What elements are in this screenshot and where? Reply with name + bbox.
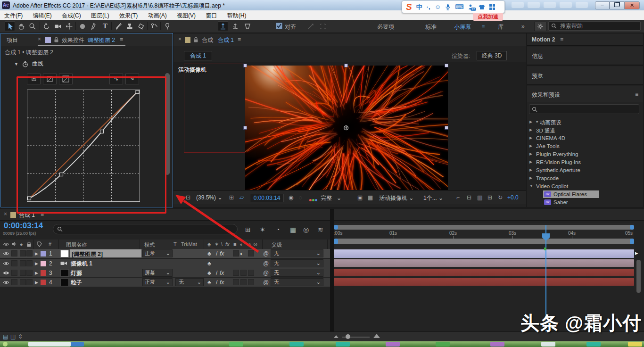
effect-label[interactable]: Saber [553, 199, 568, 205]
hide-shy-layers-icon[interactable]: ◔ [276, 226, 280, 233]
time-ruler[interactable]: 0:00s 01s 02s 03s 04s 05s [334, 223, 634, 249]
taskbar-item[interactable] [386, 342, 400, 347]
mask-visibility-icon[interactable] [305, 21, 316, 31]
layer-name[interactable]: 粒子 [71, 279, 82, 287]
taskbar-item[interactable] [586, 342, 601, 347]
layer-row-4[interactable]: ▶ 4 粒子 正常⌄ 无⌄ ♣ / fx @ 无⌄ [0, 278, 330, 287]
expander-icon[interactable]: ▶ [35, 280, 38, 285]
menu-effect[interactable]: 效果(T) [115, 10, 142, 20]
motion2-panel-header[interactable]: Motion 2 ≡ [527, 33, 643, 46]
mode-dropdown[interactable]: 正常⌄ [142, 278, 173, 286]
effects-group[interactable]: ▶RE:Vision Plug-ins [527, 158, 643, 166]
taskbar-item[interactable] [289, 342, 304, 347]
close-button[interactable]: ✕ [624, 1, 640, 9]
panel-menu-icon[interactable]: ≡ [635, 91, 638, 98]
view-layout-dropdown[interactable]: 1个... ⌄ [423, 194, 443, 202]
label-color-swatch[interactable] [41, 261, 46, 266]
help-search-box[interactable] [548, 21, 641, 31]
expand-layer-switches-icon[interactable]: ▤ [3, 333, 8, 340]
timeline-search-box[interactable] [53, 224, 238, 234]
snap-checkbox[interactable] [276, 23, 282, 29]
ime-lang-icon[interactable]: 中 [416, 3, 422, 11]
sogou-logo-icon[interactable]: S [406, 2, 412, 12]
lock-icon[interactable] [54, 37, 59, 42]
info-panel-header[interactable]: 信息 [527, 47, 643, 66]
motion-blur-icon[interactable]: ◎ [303, 226, 309, 233]
hand-tool[interactable] [16, 21, 26, 31]
quality-switch[interactable]: ♣ [207, 270, 211, 276]
motion-path-icon[interactable] [318, 21, 328, 31]
taskbar-search[interactable] [28, 342, 71, 347]
selection-handle[interactable] [344, 64, 348, 67]
pen-tool[interactable] [89, 21, 99, 31]
pan-behind-tool[interactable] [64, 21, 74, 31]
composition-mini-flowchart-icon[interactable]: ⊞ [245, 226, 251, 233]
selection-tool[interactable] [5, 21, 15, 31]
navigator-bar[interactable] [334, 239, 634, 244]
panel-menu-icon[interactable]: ≡ [238, 36, 241, 43]
snap-label[interactable]: 对齐 [285, 23, 296, 31]
menu-window[interactable]: 窗口 [201, 10, 221, 20]
fx-switch[interactable]: fx [220, 279, 224, 286]
parent-pickwhip-icon[interactable]: @ [263, 279, 269, 286]
preview-tab[interactable]: 预览 [532, 72, 543, 80]
taskbar-item[interactable] [490, 342, 504, 347]
resolution-dropdown[interactable]: 完整 ⌄ [321, 194, 341, 202]
selection-handle[interactable] [445, 126, 448, 130]
workspace-standard[interactable]: 标准 [425, 23, 437, 31]
menu-file[interactable]: 文件(F) [0, 10, 27, 20]
roi-icon[interactable]: ▣ [357, 194, 363, 201]
quality-switch[interactable]: ♣ [207, 279, 211, 286]
mode-column[interactable]: 模式 [144, 241, 155, 248]
trkmat-dropdown[interactable]: 无⌄ [175, 278, 204, 286]
workspace-overflow-icon[interactable]: » [521, 23, 525, 30]
effect-label[interactable]: Optical Flares [553, 191, 587, 197]
roto-brush-tool[interactable] [149, 21, 159, 31]
expand-transfer-controls-icon[interactable]: ◫ [10, 333, 16, 340]
trkmat-column[interactable]: TrkMat [181, 241, 197, 247]
taskbar-item[interactable] [229, 342, 243, 347]
workspace-essentials[interactable]: 必要项 [377, 23, 394, 31]
motion2-tab[interactable]: Motion 2 [532, 36, 555, 43]
layer-name[interactable]: 摄像机 1 [71, 260, 92, 268]
eye-icon[interactable] [3, 280, 9, 285]
parent-pickwhip-icon[interactable]: @ [263, 260, 269, 267]
local-axis-mode[interactable] [218, 21, 228, 31]
expand-inout-icon[interactable]: ⇕ [18, 333, 23, 340]
fx-switch[interactable]: fx [220, 270, 224, 276]
magnification-dropdown[interactable]: (39.5%) ⌄ [196, 194, 222, 201]
effects-search-input[interactable] [537, 105, 629, 113]
effects-group[interactable]: ▶JAe Tools [527, 142, 643, 150]
exposure-value[interactable]: +0.0 [507, 194, 519, 201]
ime-mic-icon[interactable] [445, 4, 451, 10]
navigator-end-handle[interactable] [630, 239, 634, 244]
effects-presets-header[interactable]: 效果和预设 ≡ [527, 86, 643, 102]
effects-group[interactable]: ▶Synthetic Aperture [527, 166, 643, 174]
parent-pickwhip-icon[interactable]: @ [263, 270, 269, 276]
expander-icon[interactable]: ▶ [35, 271, 38, 275]
panel-menu-icon[interactable]: ≡ [560, 36, 563, 43]
layer-row-1[interactable]: ▶ 1 [调整图层 2] 正常⌄ ♣ / fx ◐ @ 无⌄ [0, 249, 330, 258]
quality-switch[interactable]: ♣ [207, 260, 211, 267]
view-axis-mode[interactable] [242, 21, 253, 31]
parent-column[interactable]: 父级 [272, 241, 282, 248]
ime-account-icon[interactable]: 12 [468, 4, 474, 10]
effects-group[interactable]: ▶3D 通道 [527, 126, 643, 134]
effects-group[interactable]: ▶Trapcode [527, 174, 643, 182]
ime-emoji-icon[interactable]: ☺ [435, 3, 441, 10]
tab-effect-controls[interactable]: 效果控件 [62, 36, 84, 44]
world-axis-mode[interactable] [230, 21, 240, 31]
work-area-start-handle[interactable] [334, 225, 338, 230]
t-column[interactable]: T [173, 241, 177, 247]
adjustment-layer-switch[interactable]: ◐ [240, 250, 243, 257]
effects-group[interactable]: ▶Plugin Everything [527, 150, 643, 158]
eye-icon[interactable] [3, 271, 9, 275]
effect-controls-target[interactable]: 调整图层 2 [88, 36, 115, 44]
flowchart-button-icon[interactable]: ⊞ [487, 194, 492, 201]
selection-handle[interactable] [445, 64, 448, 67]
selection-handle[interactable] [243, 64, 247, 67]
layer-bar-particle[interactable] [334, 278, 634, 286]
ime-punctuation-icon[interactable]: ·, [427, 3, 430, 10]
effect-name[interactable]: 曲线 [32, 60, 43, 68]
selection-handle[interactable] [243, 126, 247, 130]
